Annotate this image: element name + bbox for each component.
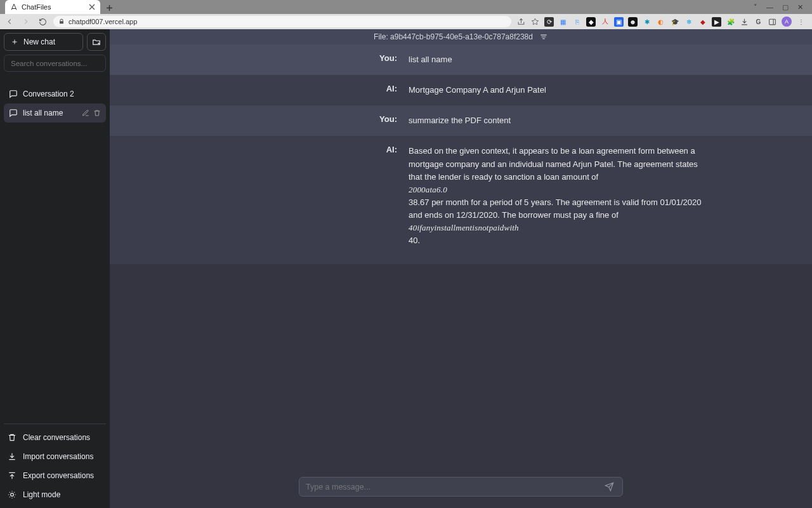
new-tab-button[interactable] <box>103 1 115 14</box>
window-controls: ˅ — ▢ ✕ <box>754 0 812 14</box>
role-label: You: <box>110 114 409 127</box>
new-folder-button[interactable] <box>87 33 106 51</box>
export-icon <box>8 471 16 480</box>
ext-icon[interactable]: ▦ <box>558 17 568 27</box>
svg-point-1 <box>11 493 14 497</box>
role-label: AI: <box>110 145 409 247</box>
math-text: 40ifanyinstallmentisnotpaidwith <box>409 223 519 232</box>
clear-conversations[interactable]: Clear conversations <box>4 428 106 447</box>
profile-avatar[interactable]: A <box>782 17 792 27</box>
message-icon <box>9 109 18 117</box>
trash-icon <box>8 433 16 442</box>
message-user: You: list all name <box>110 44 812 75</box>
light-mode-toggle[interactable]: Light mode <box>4 485 106 504</box>
url-box[interactable]: chatpdf007.vercel.app <box>53 16 511 27</box>
browser-tab-strip: ChatFiles ˅ — ▢ ✕ <box>0 0 812 14</box>
message-text: summarize the PDF content <box>409 114 707 127</box>
star-icon[interactable] <box>530 17 540 27</box>
extension-icons: ⟳ ▦ ⎘ ◆ 人 ▣ ☻ ✱ ◐ 🎓 ❄ ◆ ▶ 🧩 G A ⋮ <box>516 17 808 27</box>
svg-rect-0 <box>769 19 776 25</box>
message-user: You: summarize the PDF content <box>110 105 812 136</box>
export-conversations[interactable]: Export conversations <box>4 466 106 485</box>
sun-icon <box>8 490 16 499</box>
kebab-icon[interactable]: ⋮ <box>796 17 806 27</box>
minimize-icon[interactable]: — <box>766 3 773 11</box>
browser-tab[interactable]: ChatFiles <box>5 0 100 14</box>
message-icon <box>9 90 18 98</box>
message-text: list all name <box>409 53 707 66</box>
tab-title: ChatFiles <box>22 3 85 11</box>
window-close-icon[interactable]: ✕ <box>797 3 803 11</box>
nav-back[interactable] <box>4 16 15 27</box>
share-icon[interactable] <box>516 17 526 27</box>
import-conversations[interactable]: Import conversations <box>4 447 106 466</box>
ext-icon[interactable]: ⎘ <box>572 17 582 27</box>
messages: You: list all name AI: Mortgage Company … <box>110 44 812 508</box>
nav-reload[interactable] <box>37 16 48 27</box>
maximize-icon[interactable]: ▢ <box>782 3 789 11</box>
send-button[interactable] <box>602 480 616 494</box>
ext-icon[interactable]: ◆ <box>698 17 707 27</box>
ext-icon[interactable]: ▣ <box>614 17 624 27</box>
address-bar: chatpdf007.vercel.app ⟳ ▦ ⎘ ◆ 人 ▣ ☻ ✱ ◐ … <box>0 14 812 29</box>
search-conversations-input[interactable] <box>4 55 106 72</box>
ext-icon[interactable]: ❄ <box>684 17 693 27</box>
conversation-item-active[interactable]: list all name <box>4 104 106 123</box>
ext-icon[interactable]: ◐ <box>656 17 665 27</box>
ext-icon[interactable]: 🎓 <box>670 17 679 27</box>
chevron-down-icon[interactable]: ˅ <box>754 3 757 11</box>
conversation-title: Conversation 2 <box>23 90 74 98</box>
nav-forward[interactable] <box>20 16 32 27</box>
message-text: Mortgage Company A and Arjun Patel <box>409 84 707 97</box>
url-text: chatpdf007.vercel.app <box>69 18 137 25</box>
ext-icon[interactable]: ☻ <box>628 17 638 27</box>
new-chat-label: New chat <box>23 37 55 46</box>
math-text: 2000ata6.0 <box>409 185 447 194</box>
edit-icon[interactable] <box>82 109 89 117</box>
extensions-icon[interactable]: 🧩 <box>726 17 735 27</box>
ext-icon[interactable]: ◆ <box>586 17 596 27</box>
ext-icon[interactable]: ✱ <box>642 17 652 27</box>
role-label: AI: <box>110 84 409 97</box>
conversation-title: list all name <box>23 109 63 117</box>
ext-icon[interactable]: ▶ <box>712 17 721 27</box>
new-chat-button[interactable]: New chat <box>4 33 83 51</box>
import-icon <box>8 452 16 461</box>
main-panel: File: a9b447cb-b975-40e5-a13e-0c787a8f23… <box>110 29 812 508</box>
role-label: You: <box>110 53 409 66</box>
lock-icon <box>58 18 65 25</box>
file-menu-icon[interactable] <box>539 32 548 41</box>
sidebar: New chat Conversation 2 list all name <box>0 29 110 508</box>
ext-icon[interactable]: ⟳ <box>544 17 554 27</box>
download-icon[interactable] <box>740 17 749 27</box>
conversation-item[interactable]: Conversation 2 <box>4 84 106 104</box>
google-icon[interactable]: G <box>754 17 763 27</box>
message-ai: AI: Based on the given context, it appea… <box>110 136 812 264</box>
message-ai: AI: Mortgage Company A and Arjun Patel <box>110 75 812 105</box>
file-id: File: a9b447cb-b975-40e5-a13e-0c787a8f23… <box>374 32 533 41</box>
tab-favicon <box>10 3 18 11</box>
close-icon[interactable] <box>89 4 95 10</box>
send-icon <box>605 482 614 491</box>
message-input[interactable] <box>306 483 602 491</box>
composer[interactable] <box>299 477 623 497</box>
sidepanel-icon[interactable] <box>768 17 777 27</box>
delete-icon[interactable] <box>93 109 101 117</box>
ext-icon[interactable]: 人 <box>600 17 610 27</box>
file-bar: File: a9b447cb-b975-40e5-a13e-0c787a8f23… <box>110 29 812 44</box>
message-text: Based on the given context, it appears t… <box>409 145 707 247</box>
